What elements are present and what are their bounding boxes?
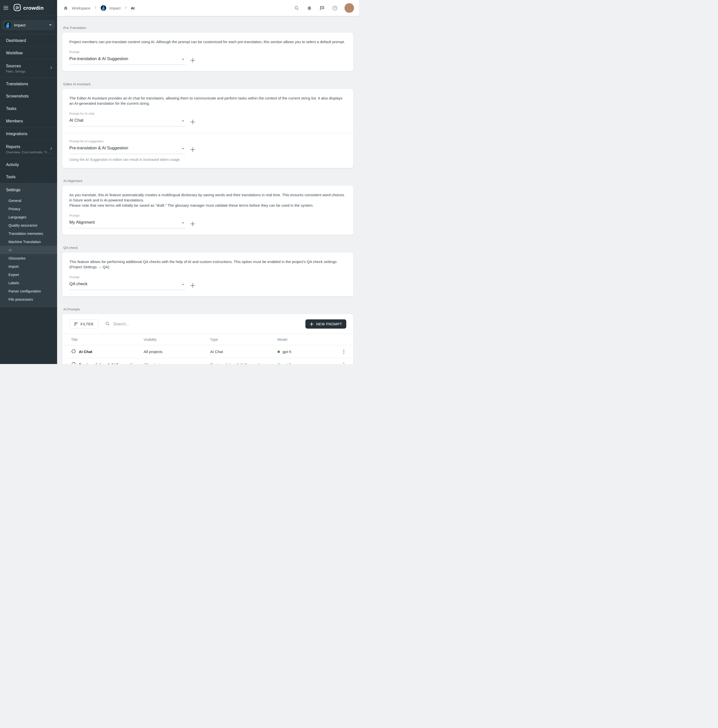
pre-translation-prompt-group: Prompt Pre-translation & AI Suggestion: [69, 50, 346, 65]
ai-prompts-toolbar: FILTER NEW PROMPT: [62, 314, 353, 334]
prompt-label: Prompt for AI chat: [69, 112, 346, 115]
ai-alignment-description-1: As you translate, this AI feature automa…: [69, 192, 346, 203]
sidebar-item-screenshots[interactable]: Screenshots: [0, 90, 57, 102]
sidebar-item-languages[interactable]: Languages: [0, 213, 57, 221]
row-menu-button[interactable]: [340, 348, 347, 355]
ai-chat-prompt-select[interactable]: AI Chat: [69, 118, 185, 126]
new-prompt-button[interactable]: NEW PROMPT: [306, 320, 346, 329]
sidebar-item-translation-memories[interactable]: Translation memories: [0, 229, 57, 238]
sidebar-item-export[interactable]: Export: [0, 271, 57, 279]
table-row[interactable]: Pre-translation & AI Suggestion All proj…: [62, 358, 353, 364]
pre-translation-description: Project members can pre-translate conten…: [69, 39, 346, 44]
column-header-title: Title: [71, 338, 144, 341]
search-icon[interactable]: [294, 5, 299, 11]
ai-suggestion-prompt-select[interactable]: Pre-translation & AI Suggestion: [69, 145, 185, 154]
qa-check-card: This feature allows for performing addit…: [62, 252, 353, 297]
sidebar-item-reports-sublabel: Overview, Cost estimate, Transl…: [6, 150, 50, 154]
qa-check-prompt-group: Prompt QA check: [69, 275, 346, 290]
table-row[interactable]: AI Chat All projects AI Chat gpt-5: [62, 345, 353, 358]
sidebar-item-integrations[interactable]: Integrations: [0, 127, 57, 140]
add-prompt-button[interactable]: [190, 119, 196, 125]
sidebar-item-dashboard[interactable]: Dashboard: [0, 34, 57, 47]
help-icon[interactable]: ?: [332, 5, 338, 11]
prompt-model: gpt-5: [278, 350, 337, 354]
chevron-right-icon: [94, 6, 98, 11]
token-usage-note: Using the AI Suggestion in editor can re…: [69, 158, 346, 162]
qa-check-prompt-select[interactable]: QA check: [69, 281, 185, 290]
breadcrumb-workspace[interactable]: Workspace: [72, 6, 90, 10]
chevron-right-icon: [124, 6, 128, 11]
add-prompt-button[interactable]: [190, 147, 196, 153]
search-input[interactable]: [113, 322, 299, 326]
sidebar-item-file-processors[interactable]: File processors: [0, 295, 57, 303]
sidebar-item-reports[interactable]: Reports Overview, Cost estimate, Transl…: [0, 140, 57, 158]
crowdin-logo[interactable]: crowdin: [14, 4, 44, 12]
select-caret-icon: [182, 284, 184, 285]
sidebar-item-ai[interactable]: AI: [0, 246, 57, 254]
sidebar-item-settings[interactable]: Settings: [0, 184, 57, 196]
ai-alignment-prompt-group: Prompt My Alignment: [69, 214, 346, 228]
model-status-dot: [278, 364, 280, 364]
crowdin-wordmark: crowdin: [23, 5, 44, 11]
openai-icon: [71, 362, 76, 364]
column-header-type: Type: [210, 338, 278, 341]
sidebar-item-import[interactable]: Import: [0, 262, 57, 271]
search-icon: [105, 321, 110, 327]
section-title-qa-check: QA check: [63, 246, 353, 249]
sidebar-item-tasks[interactable]: Tasks: [0, 102, 57, 115]
sidebar-item-members[interactable]: Members: [0, 115, 57, 127]
pre-translation-prompt-select[interactable]: Pre-translation & AI Suggestion: [69, 56, 185, 65]
ai-alignment-prompt-select[interactable]: My Alignment: [69, 220, 185, 228]
breadcrumb-project[interactable]: Impact: [110, 6, 121, 10]
ai-chat-prompt-group: Prompt for AI chat AI Chat: [69, 112, 346, 126]
section-title-editor-ai-assistant: Editor AI Assistant: [63, 82, 353, 86]
sidebar-item-quality-assurance[interactable]: Quality assurance: [0, 221, 57, 229]
row-menu-button[interactable]: [340, 361, 347, 364]
section-title-pre-translation: Pre-Translation: [63, 26, 353, 30]
project-selector[interactable]: Impact: [2, 20, 55, 30]
sidebar-item-tools[interactable]: Tools: [0, 171, 57, 183]
sidebar-item-parser-configuration[interactable]: Parser configuration: [0, 287, 57, 295]
svg-text:?: ?: [334, 6, 336, 10]
crowdin-logo-icon: [14, 4, 21, 12]
sidebar-item-activity[interactable]: Activity: [0, 158, 57, 171]
home-icon[interactable]: [63, 5, 69, 11]
sidebar: crowdin Impact Dashboard Workflow Source…: [0, 0, 57, 364]
hamburger-menu-icon[interactable]: [3, 5, 10, 11]
sidebar-item-sources[interactable]: Sources Files, Strings: [0, 59, 57, 78]
sidebar-nav: Dashboard Workflow Sources Files, String…: [0, 34, 57, 183]
topbar: Workspace Impact AI ?: [57, 0, 359, 16]
notifications-bell-icon[interactable]: [306, 5, 312, 11]
main-area: Workspace Impact AI ? Pre-Tran: [57, 0, 359, 364]
section-title-ai-prompts: AI Prompts: [63, 307, 353, 311]
prompt-label: Prompt: [69, 214, 346, 217]
pre-translation-card: Project members can pre-translate conten…: [62, 33, 353, 71]
breadcrumb: Workspace Impact AI: [63, 5, 134, 11]
prompt-label: Prompt: [69, 275, 346, 279]
messages-icon[interactable]: [319, 5, 325, 11]
sidebar-item-translations[interactable]: Translations: [0, 78, 57, 90]
prompt-label: Prompt for AI suggestion: [69, 140, 346, 143]
editor-ai-assistant-card: The Editor AI Assistant provides an AI c…: [62, 89, 353, 168]
section-ai-alignment: AI Alignment As you translate, this AI f…: [62, 179, 353, 235]
qa-check-description: This feature allows for performing addit…: [69, 259, 346, 269]
sidebar-item-labels[interactable]: Labels: [0, 279, 57, 287]
sidebar-item-general[interactable]: General: [0, 196, 57, 205]
ai-suggestion-prompt-group: Prompt for AI suggestion Pre-translation…: [69, 140, 346, 162]
add-prompt-button[interactable]: [190, 57, 196, 63]
sidebar-item-workflow[interactable]: Workflow: [0, 47, 57, 59]
sidebar-item-machine-translation[interactable]: Machine Translation: [0, 238, 57, 246]
page-content: Pre-Translation Project members can pre-…: [57, 16, 359, 364]
filter-button[interactable]: FILTER: [69, 320, 98, 329]
column-header-model: Model: [278, 338, 337, 341]
sidebar-item-glossaries[interactable]: Glossaries: [0, 254, 57, 262]
sidebar-item-privacy[interactable]: Privacy: [0, 205, 57, 213]
add-prompt-button[interactable]: [190, 221, 196, 227]
ai-alignment-card: As you translate, this AI feature automa…: [62, 186, 353, 235]
user-avatar[interactable]: [345, 3, 354, 13]
chevron-right-icon: [49, 147, 53, 151]
prompt-model: gpt-5: [278, 362, 337, 364]
select-caret-icon: [182, 121, 184, 122]
ai-alignment-description-2: Please note that new terms will initiall…: [69, 203, 346, 208]
add-prompt-button[interactable]: [190, 283, 196, 289]
